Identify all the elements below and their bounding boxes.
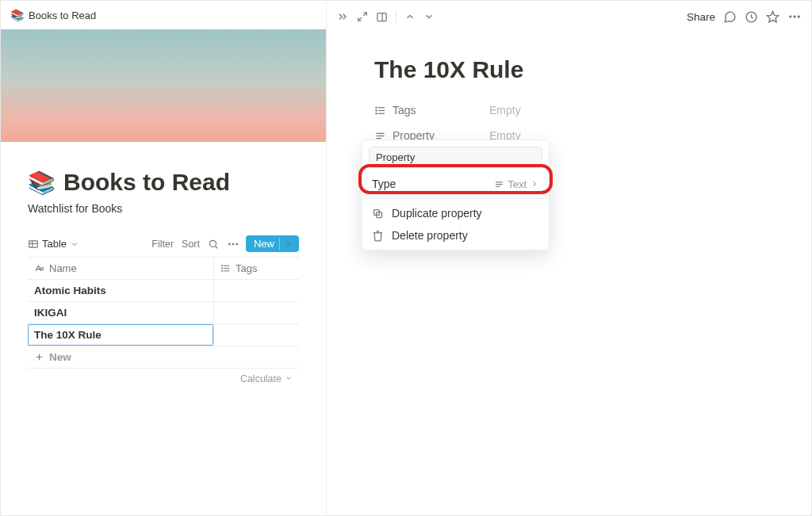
more-button[interactable] xyxy=(787,10,802,24)
star-icon xyxy=(766,10,779,24)
svg-line-16 xyxy=(363,13,366,16)
comment-icon xyxy=(723,10,737,24)
page-subtitle[interactable]: Watchlist for Books xyxy=(28,202,299,215)
detail-toolbar: Share xyxy=(327,1,811,32)
svg-point-12 xyxy=(222,268,223,269)
svg-point-13 xyxy=(222,270,223,271)
new-button-label: New xyxy=(254,238,274,250)
chevron-down-icon xyxy=(285,374,293,382)
type-value: Text xyxy=(508,178,527,190)
more-button[interactable] xyxy=(227,238,239,250)
close-panel-button[interactable] xyxy=(336,10,349,23)
page-title[interactable]: 📚 Books to Read xyxy=(28,169,299,196)
duplicate-icon xyxy=(372,208,384,220)
favorite-button[interactable] xyxy=(766,10,779,24)
left-panel: 📚 Books to Read 📚 Books to Read Watchlis… xyxy=(1,1,327,515)
chevron-right-icon xyxy=(530,179,539,189)
property-menu-popup: Type Text Duplicate property Delete prop… xyxy=(362,140,550,250)
svg-point-24 xyxy=(798,16,800,18)
cell-tags[interactable] xyxy=(214,302,299,323)
property-row-tags[interactable]: Tags Empty xyxy=(374,97,764,123)
next-button[interactable] xyxy=(423,11,435,22)
new-button[interactable]: New xyxy=(246,235,299,252)
duplicate-label: Duplicate property xyxy=(392,207,539,220)
dots-icon xyxy=(787,10,802,24)
comments-button[interactable] xyxy=(723,10,737,24)
page-emoji: 📚 xyxy=(28,170,56,196)
type-label: Type xyxy=(372,178,494,190)
column-name[interactable]: Name xyxy=(28,258,214,279)
sort-button[interactable]: Sort xyxy=(182,239,200,250)
svg-marker-21 xyxy=(767,11,778,21)
detail-title[interactable]: The 10X Rule xyxy=(374,56,764,83)
clock-icon xyxy=(745,10,758,24)
delete-label: Delete property xyxy=(392,229,539,242)
svg-line-4 xyxy=(216,246,218,248)
expand-icon xyxy=(357,11,368,22)
svg-point-11 xyxy=(222,266,223,266)
table-row[interactable]: Atomic Habits xyxy=(28,280,299,302)
new-button-chevron[interactable] xyxy=(279,238,293,250)
chevron-down-icon xyxy=(423,11,435,22)
property-label: Tags xyxy=(393,104,416,117)
calculate-label: Calculate xyxy=(240,373,282,384)
svg-point-5 xyxy=(228,243,230,244)
filter-button[interactable]: Filter xyxy=(151,239,174,250)
table-row[interactable]: The 10X Rule xyxy=(28,324,299,346)
delete-property-item[interactable]: Delete property xyxy=(362,224,549,247)
column-tags[interactable]: Tags xyxy=(214,258,299,279)
svg-point-22 xyxy=(789,16,791,18)
view-selector[interactable]: Table xyxy=(28,238,82,250)
cell-tags[interactable] xyxy=(214,324,299,346)
page-icon: 📚 xyxy=(10,9,24,21)
chevron-down-icon xyxy=(70,239,79,249)
cell-name[interactable]: Atomic Habits xyxy=(28,280,214,301)
svg-point-30 xyxy=(376,113,377,113)
new-row[interactable]: New xyxy=(28,346,299,369)
svg-line-17 xyxy=(358,17,362,21)
svg-point-28 xyxy=(376,107,377,108)
new-row-label: New xyxy=(49,351,71,363)
expand-button[interactable] xyxy=(357,11,368,22)
cell-name[interactable]: The 10X Rule xyxy=(28,324,214,346)
updates-button[interactable] xyxy=(745,10,758,24)
chevron-down-icon xyxy=(285,239,293,247)
list-icon xyxy=(220,263,231,273)
share-button[interactable]: Share xyxy=(687,11,715,23)
breadcrumb-title: Books to Read xyxy=(29,10,96,21)
chevron-up-icon xyxy=(404,11,416,22)
list-icon xyxy=(374,105,386,117)
property-name-input[interactable] xyxy=(369,147,542,168)
search-icon xyxy=(208,239,219,250)
svg-point-7 xyxy=(236,243,238,244)
plus-icon xyxy=(34,352,44,362)
db-toolbar: Table Filter Sort New xyxy=(28,235,299,258)
table-header: Name Tags xyxy=(28,258,299,280)
cell-tags[interactable] xyxy=(214,280,299,301)
calculate-row[interactable]: Calculate xyxy=(28,369,299,389)
column-tags-label: Tags xyxy=(236,262,257,274)
view-label: Table xyxy=(42,238,67,250)
side-peek-icon xyxy=(376,11,388,23)
peek-mode-button[interactable] xyxy=(376,11,388,23)
menu-separator xyxy=(362,198,549,199)
property-type-row[interactable]: Type Text xyxy=(362,173,549,195)
table-icon xyxy=(28,239,39,250)
trash-icon xyxy=(372,230,384,242)
property-value[interactable]: Empty xyxy=(489,104,521,117)
prev-button[interactable] xyxy=(404,11,416,22)
duplicate-property-item[interactable]: Duplicate property xyxy=(362,202,549,224)
breadcrumb[interactable]: 📚 Books to Read xyxy=(1,1,326,29)
cell-name[interactable]: IKIGAI xyxy=(28,302,214,323)
page-title-text: Books to Read xyxy=(63,169,230,196)
search-button[interactable] xyxy=(208,239,219,250)
cover-image xyxy=(1,29,326,142)
right-panel: Share The 10X Rule Tag xyxy=(327,1,811,515)
table-row[interactable]: IKIGAI xyxy=(28,302,299,324)
text-icon xyxy=(494,179,504,189)
toolbar-divider xyxy=(396,10,396,23)
dots-icon xyxy=(227,238,239,250)
column-name-label: Name xyxy=(49,262,77,274)
chevrons-right-icon xyxy=(336,10,349,23)
svg-point-3 xyxy=(209,240,216,247)
